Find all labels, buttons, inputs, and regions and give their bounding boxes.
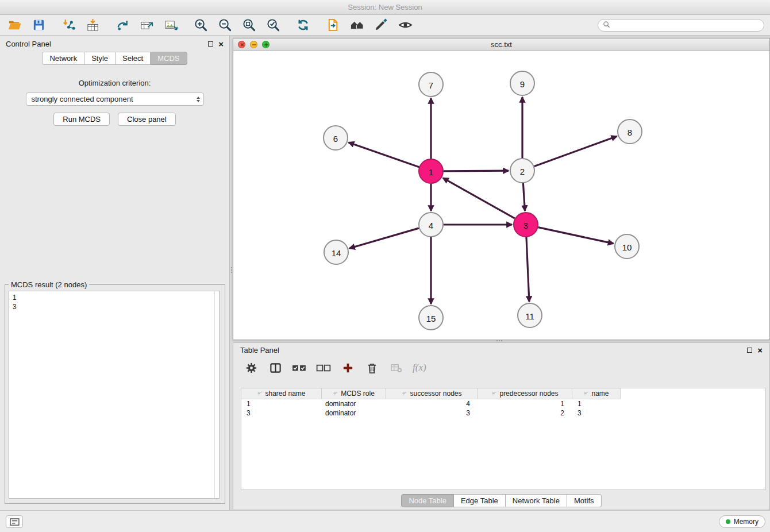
eye-icon[interactable] — [396, 17, 414, 33]
cell-shared-name[interactable]: 1 — [241, 399, 322, 408]
tab-network-table[interactable]: Network Table — [506, 494, 567, 507]
save-session-icon[interactable] — [30, 17, 47, 33]
deselect-all-icon[interactable] — [316, 360, 331, 375]
tab-network[interactable]: Network — [42, 52, 84, 65]
tab-select[interactable]: Select — [116, 52, 151, 65]
tab-mcds[interactable]: MCDS — [151, 52, 187, 65]
window-close-button[interactable] — [238, 41, 245, 48]
trash-icon[interactable] — [364, 360, 379, 375]
table-panel: Table Panel × f(x) — [233, 342, 770, 510]
split-columns-icon[interactable] — [268, 360, 283, 375]
zoom-selected-icon[interactable] — [264, 17, 282, 33]
column-header-shared-name[interactable]: shared name — [241, 388, 322, 399]
export-table-icon[interactable] — [138, 17, 155, 33]
graph-edge-2-8[interactable] — [534, 136, 617, 166]
gear-icon[interactable] — [244, 360, 259, 375]
zoom-in-icon[interactable] — [192, 17, 209, 33]
add-column-icon[interactable] — [340, 360, 355, 375]
graph-node-label-9: 9 — [520, 79, 525, 89]
sort-icon — [333, 391, 338, 396]
mcds-result-groupbox: MCDS result (2 nodes) 1 3 — [5, 284, 225, 504]
tab-style[interactable]: Style — [84, 52, 116, 65]
tab-edge-table[interactable]: Edge Table — [454, 494, 506, 507]
graph-edge-1-2[interactable] — [444, 171, 509, 171]
task-history-button[interactable] — [6, 515, 23, 528]
title-bar: Session: New Session — [0, 0, 770, 15]
sort-icon — [402, 391, 407, 396]
network-from-file-icon[interactable] — [114, 17, 131, 33]
cell-successor-nodes[interactable]: 3 — [386, 408, 478, 418]
search-icon — [603, 21, 610, 30]
cell-shared-name[interactable]: 3 — [241, 408, 322, 418]
graph-edge-3-10[interactable] — [538, 228, 614, 244]
run-mcds-button[interactable]: Run MCDS — [53, 113, 110, 126]
horizontal-splitter-grip[interactable] — [496, 340, 498, 341]
column-header-successor-nodes[interactable]: successor nodes — [386, 388, 478, 399]
graph-edge-1-6[interactable] — [349, 142, 419, 167]
mcds-result-text[interactable]: 1 3 — [9, 291, 220, 499]
refresh-icon[interactable] — [294, 17, 311, 33]
graph-node-label-4: 4 — [429, 221, 433, 230]
tab-node-table[interactable]: Node Table — [401, 494, 454, 507]
sort-icon — [583, 391, 589, 396]
window-title: Session: New Session — [348, 3, 422, 11]
style-brush-icon[interactable] — [372, 17, 390, 33]
memory-button[interactable]: Memory — [719, 515, 765, 528]
tab-motifs[interactable]: Motifs — [567, 494, 602, 507]
sort-icon — [491, 391, 497, 396]
search-box[interactable] — [598, 19, 764, 32]
result-scrollbar[interactable] — [214, 291, 215, 498]
close-panel-button[interactable]: Close panel — [118, 113, 176, 126]
cell-mcds-role[interactable]: dominator — [322, 408, 386, 418]
node-table-header: shared name MCDS role successor nodes pr… — [241, 388, 765, 399]
cell-successor-nodes[interactable]: 4 — [386, 399, 478, 408]
cell-name[interactable]: 1 — [572, 399, 621, 408]
column-header-mcds-role[interactable]: MCDS role — [322, 388, 386, 399]
table-row[interactable]: 3 dominator 3 2 3 — [241, 408, 765, 418]
vertical-splitter-grip[interactable] — [231, 267, 232, 268]
cell-predecessor-nodes[interactable]: 2 — [478, 408, 572, 418]
select-all-icon[interactable] — [292, 360, 307, 375]
network-canvas[interactable]: 7968124314101511 — [233, 51, 769, 340]
graph-node-label-2: 2 — [520, 167, 525, 176]
graph-edge-3-11[interactable] — [526, 237, 529, 302]
home-icon[interactable] — [348, 17, 365, 33]
graph-edge-4-14[interactable] — [349, 228, 419, 248]
close-table-panel-icon[interactable]: × — [757, 346, 763, 354]
import-table-icon[interactable] — [84, 17, 101, 33]
zoom-out-icon[interactable] — [216, 17, 233, 33]
graph-node-label-15: 15 — [426, 314, 436, 323]
function-builder-icon: f(x) — [413, 362, 426, 373]
cell-mcds-role[interactable]: dominator — [322, 399, 386, 408]
status-bar: Memory — [0, 510, 770, 532]
table-toolbar: f(x) — [233, 357, 769, 379]
control-panel-tabs: Network Style Select MCDS — [0, 52, 229, 65]
import-network-icon[interactable] — [60, 17, 77, 33]
table-row[interactable]: 1 dominator 4 1 1 — [241, 399, 765, 408]
column-header-name[interactable]: name — [572, 388, 621, 399]
graph-node-label-10: 10 — [622, 242, 632, 252]
cell-predecessor-nodes[interactable]: 1 — [478, 399, 572, 408]
network-window-titlebar[interactable]: scc.txt — [233, 38, 769, 51]
list-icon — [10, 518, 20, 526]
close-panel-icon[interactable]: × — [218, 40, 224, 48]
control-panel-title: Control Panel — [6, 40, 51, 48]
graph-edge-2-3[interactable] — [523, 183, 525, 211]
memory-label: Memory — [734, 518, 759, 526]
copy-document-icon[interactable] — [324, 17, 341, 33]
window-minimize-button[interactable] — [250, 41, 257, 48]
graph-node-label-3: 3 — [523, 221, 528, 230]
window-zoom-button[interactable] — [262, 41, 270, 48]
search-input[interactable] — [613, 21, 759, 29]
column-header-predecessor-nodes[interactable]: predecessor nodes — [478, 388, 572, 399]
cell-name[interactable]: 3 — [572, 408, 621, 418]
zoom-fit-icon[interactable] — [240, 17, 257, 33]
criterion-dropdown[interactable]: strongly connected component — [26, 92, 204, 106]
float-panel-icon[interactable] — [208, 41, 213, 47]
graph-edge-3-1[interactable] — [443, 178, 515, 218]
float-table-panel-icon[interactable] — [747, 348, 752, 353]
open-session-icon[interactable] — [6, 17, 23, 33]
mcds-result-line: 3 — [13, 302, 215, 311]
export-image-icon[interactable] — [162, 17, 179, 33]
sort-icon — [257, 391, 263, 396]
